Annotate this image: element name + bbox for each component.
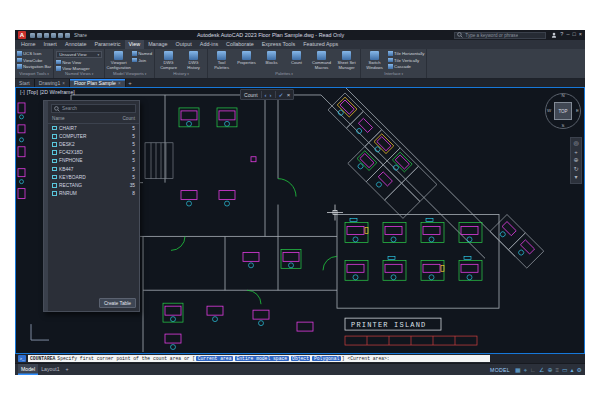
lineweight-icon[interactable]: ≡ — [555, 367, 559, 373]
compass-east-label[interactable]: E — [576, 109, 579, 113]
navbar-more-icon[interactable]: ▾ — [574, 174, 577, 181]
orbit-icon[interactable]: ↻ — [573, 166, 578, 173]
join-button[interactable]: Join — [132, 58, 152, 63]
command-input[interactable]: COUNTAREA Specify first corner point of … — [28, 355, 490, 362]
visual-style-control[interactable]: [2D Wireframe] — [40, 89, 75, 95]
ribbon-tab-annotate[interactable]: Annotate — [61, 40, 91, 49]
plot-icon[interactable] — [51, 33, 56, 38]
viewcube[interactable]: N S W E TOP — [545, 93, 581, 129]
name-column-header[interactable]: Name — [52, 116, 122, 121]
open-file-icon[interactable] — [37, 33, 42, 38]
sheet-set-manager-button[interactable]: Sheet Set Manager — [335, 50, 358, 71]
command-option-polygonal[interactable]: Polygonal — [312, 356, 340, 361]
panel-caption-history[interactable]: History — [157, 71, 205, 78]
ribbon-tab-home[interactable]: Home — [17, 40, 39, 49]
count-row-fnphone[interactable]: FNPHONE5 — [48, 157, 139, 165]
ribbon-tab-manage[interactable]: Manage — [144, 40, 171, 49]
viewport-menu-control[interactable]: [-] — [20, 89, 25, 95]
compass-north-label[interactable]: N — [561, 94, 564, 98]
properties-button[interactable]: Properties — [235, 50, 258, 71]
panel-caption-viewport-tools[interactable]: Viewport Tools — [17, 71, 51, 78]
zoom-extents-icon[interactable]: ⊕ — [573, 157, 578, 164]
polar-tracking-icon[interactable]: ∠ — [539, 367, 544, 373]
ucs-icon-button[interactable]: UCS Icon — [17, 51, 51, 56]
count-row-fc42x18d[interactable]: FC42X18D5 — [48, 149, 139, 157]
command-prompt-icon[interactable]: >_ — [18, 355, 26, 362]
count-row-keyboard[interactable]: KEYBOARD5 — [48, 173, 139, 181]
share-button[interactable]: Share — [74, 33, 87, 38]
full-navigation-wheel-icon[interactable]: ◎ — [573, 140, 578, 147]
account-icon[interactable] — [551, 32, 557, 38]
count-row-kb447[interactable]: KB4475 — [48, 165, 139, 173]
layout1-tab[interactable]: Layout1 — [38, 364, 62, 375]
command-option-current-area[interactable]: Current area — [196, 356, 233, 361]
ortho-icon[interactable]: ∟ — [530, 367, 536, 373]
grid-icon[interactable]: ▦ — [515, 367, 521, 373]
cascade-button[interactable]: Cascade — [388, 64, 424, 69]
close-tab-icon[interactable]: × — [118, 81, 121, 86]
file-tab-floor-plan-sample[interactable]: Floor Plan Sample× — [70, 79, 126, 87]
close-tab-icon[interactable]: × — [62, 81, 65, 86]
count-row-rectang[interactable]: RECTANG35 — [48, 181, 139, 189]
panel-caption-named-views[interactable]: Named Views — [56, 71, 102, 78]
new-layout-button[interactable]: + — [63, 364, 72, 375]
ribbon-tab-featured-apps[interactable]: Featured Apps — [299, 40, 342, 49]
new-drawing-tab-button[interactable]: + — [126, 79, 135, 87]
minimize-button[interactable]: – — [566, 32, 569, 38]
panel-caption-model-viewports[interactable]: Model Viewports — [107, 71, 152, 78]
blocks-button[interactable]: Blocks — [260, 50, 283, 71]
count-row-desk2[interactable]: DESK25 — [48, 140, 139, 148]
new-file-icon[interactable] — [30, 33, 35, 38]
dynamic-input-icon[interactable]: ▭ — [562, 367, 568, 373]
confirm-count-icon[interactable]: ✓ — [279, 92, 284, 98]
previous-count-icon[interactable]: ‹ — [265, 92, 267, 98]
autocad-logo-icon[interactable]: A — [18, 31, 26, 39]
count-button[interactable]: Count — [285, 50, 308, 71]
snap-mode-icon[interactable]: ⌖ — [524, 367, 527, 373]
tile-horizontally-button[interactable]: Tile Horizontally — [388, 51, 424, 56]
close-count-icon[interactable]: × — [287, 92, 291, 98]
view-control[interactable]: [Top] — [27, 89, 38, 95]
compass-south-label[interactable]: S — [562, 124, 565, 128]
help-icon[interactable]: ? — [560, 32, 563, 38]
compass-west-label[interactable]: W — [547, 109, 551, 113]
panel-caption-interface[interactable]: Interface — [363, 71, 424, 78]
maximize-button[interactable]: □ — [572, 32, 575, 38]
create-table-button[interactable]: Create Table — [99, 298, 136, 308]
viewport-configuration-button[interactable]: Viewport Configuration — [107, 50, 130, 71]
command-option-entire-model-space[interactable]: Entire model space — [235, 356, 289, 361]
count-row-chair7[interactable]: CHAIR75 — [48, 124, 139, 132]
next-count-icon[interactable]: › — [270, 92, 272, 98]
ribbon-tab-view[interactable]: View — [125, 40, 145, 49]
ribbon-tab-output[interactable]: Output — [172, 40, 196, 49]
save-icon[interactable] — [44, 33, 49, 38]
osnap-icon[interactable]: ⊕ — [547, 367, 552, 373]
redo-icon[interactable] — [65, 33, 70, 38]
count-row-computer[interactable]: COMPUTER5 — [48, 132, 139, 140]
ribbon-tab-express-tools[interactable]: Express Tools — [258, 40, 299, 49]
viewcube-top-face[interactable]: TOP — [554, 102, 572, 120]
named-button[interactable]: Named — [132, 51, 152, 56]
command-option-object[interactable]: Object — [291, 356, 311, 361]
drawing-area[interactable]: PRINTER ISLAND [-][Top][2D Wireframe] Co… — [15, 87, 585, 354]
ribbon-tab-insert[interactable]: Insert — [39, 40, 60, 49]
count-column-header[interactable]: Count — [122, 116, 135, 121]
palette-search-input[interactable]: Search — [51, 104, 136, 113]
annotation-scale-icon[interactable]: ▴ — [571, 367, 574, 373]
undo-icon[interactable] — [58, 33, 63, 38]
command-macros-button[interactable]: Command Macros — [310, 50, 333, 71]
ribbon-tab-parametric[interactable]: Parametric — [90, 40, 124, 49]
viewcube-button[interactable]: ViewCube — [17, 58, 51, 63]
panel-caption-palettes[interactable]: Palettes — [210, 71, 358, 78]
close-button[interactable]: × — [579, 32, 582, 38]
new-view-button[interactable]: New View — [56, 60, 102, 65]
search-box[interactable]: Type a keyword or phrase — [454, 32, 546, 39]
tool-palettes-button[interactable]: Tool Palettes — [210, 50, 233, 71]
model-tab[interactable]: Model — [18, 364, 38, 375]
dwg-compare-button[interactable]: DWG Compare — [157, 50, 180, 71]
unsaved-view-dropdown[interactable]: Unsaved View▾ — [56, 51, 102, 58]
count-row-rnrum[interactable]: RNRUM8 — [48, 190, 139, 198]
navigation-bar-button[interactable]: Navigation Bar — [17, 64, 51, 69]
file-tab-start[interactable]: Start — [15, 79, 35, 87]
ribbon-tab-collaborate[interactable]: Collaborate — [222, 40, 258, 49]
